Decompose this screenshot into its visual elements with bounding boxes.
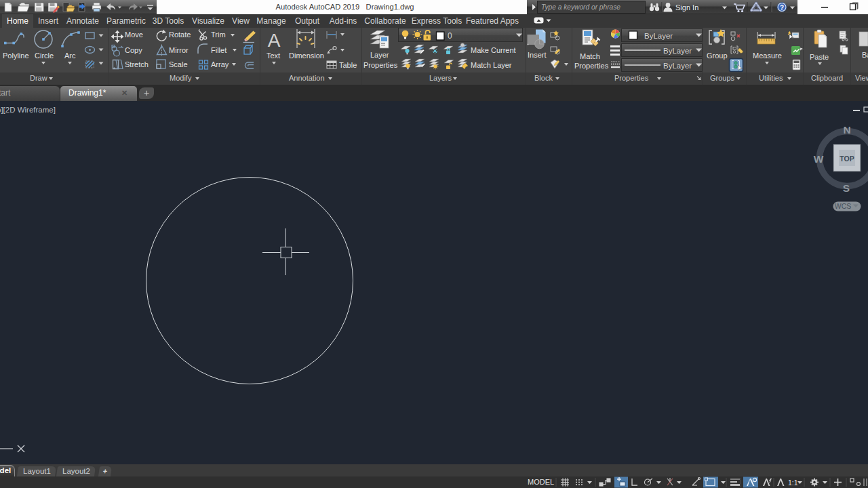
svg-text:A: A: [268, 30, 281, 51]
svg-text:ByLayer: ByLayer: [644, 32, 673, 40]
svg-text:Type a keyword or phrase: Type a keyword or phrase: [541, 3, 620, 11]
svg-text:S: S: [843, 182, 850, 194]
svg-text:ByLayer: ByLayer: [663, 47, 692, 55]
svg-text:WCS: WCS: [835, 202, 852, 210]
svg-text:ByLayer: ByLayer: [663, 62, 692, 70]
svg-text:TOP: TOP: [840, 155, 854, 163]
svg-text:W: W: [814, 153, 824, 165]
svg-text:?: ?: [780, 4, 784, 12]
svg-text:1:1: 1:1: [788, 479, 798, 487]
svg-text:Sign In: Sign In: [675, 3, 698, 12]
svg-text:0: 0: [448, 31, 452, 41]
svg-text:N: N: [843, 124, 850, 136]
